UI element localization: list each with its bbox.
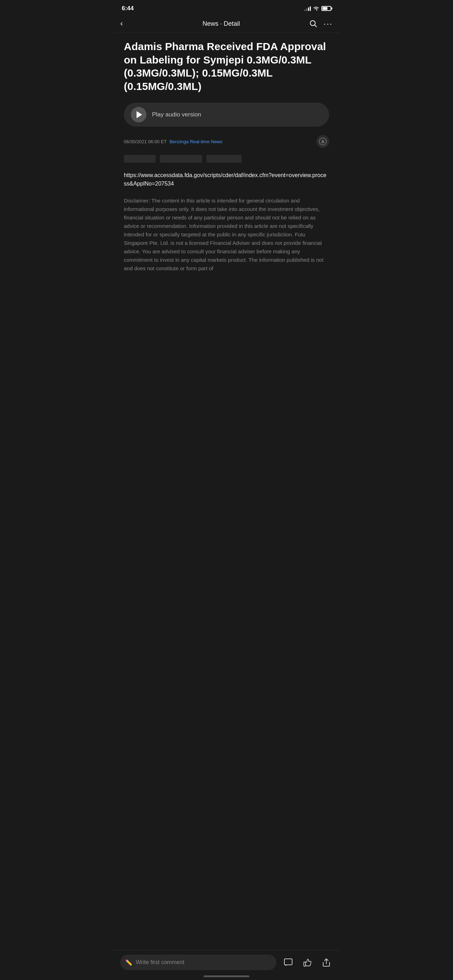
search-button[interactable] [309,20,317,27]
article-title: Adamis Pharma Received FDA Approval on L… [124,40,329,93]
svg-line-1 [315,25,316,27]
meta-left: 06/30/2021 06:00 ET Benzinga Real-time N… [124,139,222,144]
play-button[interactable] [131,107,146,123]
tags-row [124,155,329,162]
article-content: Adamis Pharma Received FDA Approval on L… [113,33,340,326]
audio-player[interactable]: Play audio version [124,103,329,127]
article-date: 06/30/2021 06:00 ET [124,139,167,144]
nav-title: News · Detail [134,20,308,27]
play-icon [137,111,142,118]
more-button[interactable]: ··· [324,19,333,28]
wifi-icon [313,6,319,11]
battery-icon [321,6,331,11]
status-time: 6:44 [122,5,134,12]
font-size-button[interactable]: A [316,135,329,148]
font-size-icon: A [319,138,327,145]
status-icons [304,6,331,11]
article-source[interactable]: Benzinga Real-time News [169,139,222,144]
tag-2 [160,155,202,162]
back-button[interactable]: ‹ [120,19,134,28]
audio-label: Play audio version [152,111,201,118]
article-disclaimer: Disclaimer: The content in this article … [124,196,329,273]
signal-icon [304,6,311,11]
tag-3 [207,155,242,162]
svg-text:A: A [321,139,324,144]
status-bar: 6:44 [113,0,340,15]
meta-row: 06/30/2021 06:00 ET Benzinga Real-time N… [124,135,329,148]
tag-1 [124,155,156,162]
article-url[interactable]: https://www.accessdata.fda.gov/scripts/c… [124,171,329,188]
nav-bar: ‹ News · Detail ··· [113,15,340,33]
nav-actions: ··· [308,19,333,28]
